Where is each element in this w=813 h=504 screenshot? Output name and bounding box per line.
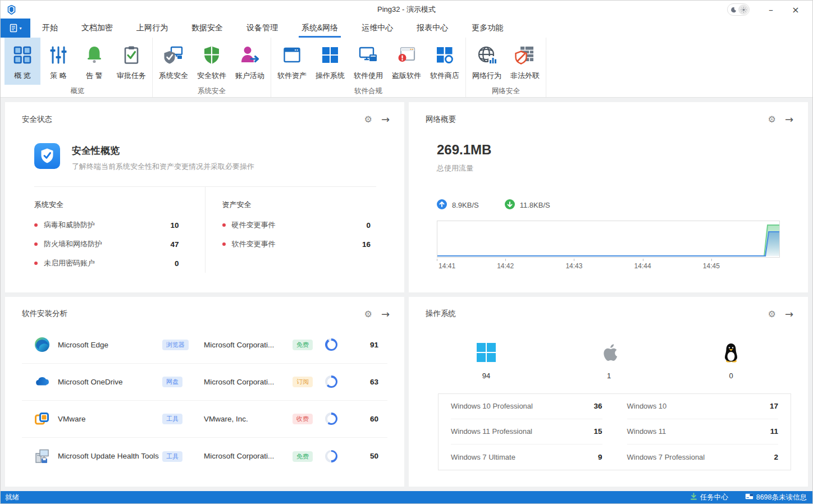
software-row-edge[interactable]: Microsoft Edge 浏览器 Microsoft Corporati..… (22, 327, 387, 364)
edge-logo-icon (34, 337, 50, 352)
stat-row-virus-threat[interactable]: 病毒和威胁防护 10 (34, 216, 179, 235)
tick-label: 14:41 (439, 262, 455, 270)
stat-row-no-password[interactable]: 未启用密码账户 0 (34, 254, 179, 273)
tab-report-center[interactable]: 报表中心 (405, 19, 460, 38)
stat-row-hardware-change[interactable]: 硬件变更事件 0 (222, 216, 371, 235)
linux-tux-icon (721, 342, 741, 364)
apple-logo-icon (600, 342, 619, 364)
ribbon-group-network-security: 网络行为 非法外联 网络安全 (466, 38, 546, 97)
app-window: Ping32 - 演示模式 – × ▾ 开始 文档加密 上网行为 数据安全 设备… (0, 0, 813, 504)
os-version-count: 9 (598, 453, 602, 461)
upload-arrow-icon (437, 199, 447, 211)
panel-software-analysis: 软件安装分析 ⚙ → Microsoft Edge 浏览器 Microsoft … (5, 297, 404, 487)
ribbon-item-overview[interactable]: 概 览 (4, 38, 40, 85)
arrow-right-icon[interactable]: → (785, 113, 793, 125)
ribbon-item-policy[interactable]: 策 略 (40, 38, 76, 85)
stat-row-software-change[interactable]: 软件变更事件 16 (222, 235, 371, 254)
tab-web-behavior[interactable]: 上网行为 (125, 19, 180, 38)
os-table-row[interactable]: Windows 11 Professional 15 (451, 419, 602, 445)
stat-row-firewall[interactable]: 防火墙和网络防护 47 (34, 235, 179, 254)
app-menu-button[interactable]: ▾ (1, 19, 30, 38)
ribbon-item-label: 非法外联 (510, 71, 540, 81)
upload-rate-value: 8.9KB/S (452, 201, 479, 209)
os-table-row[interactable]: Windows 11 11 (627, 419, 779, 445)
security-overview-title: 安全性概览 (72, 144, 254, 157)
os-version-count: 17 (770, 402, 778, 410)
software-vendor: VMware, Inc. (204, 415, 293, 423)
caret-down-icon: ▾ (19, 26, 21, 31)
arrow-right-icon[interactable]: → (785, 308, 793, 320)
ribbon-item-system-security[interactable]: 系统安全 (154, 38, 193, 85)
software-name: VMware (58, 415, 162, 423)
panel-title: 软件安装分析 (22, 309, 67, 319)
ribbon-item-software-store[interactable]: 软件商店 (426, 38, 464, 85)
progress-ring (325, 375, 337, 388)
os-table-row[interactable]: Windows 10 17 (627, 394, 779, 419)
unread-messages-button[interactable]: 8698条未读信息 (745, 493, 807, 502)
account-activity-icon (238, 43, 262, 67)
theme-toggle[interactable] (727, 3, 750, 16)
software-vendor: Microsoft Corporati... (204, 378, 293, 386)
tab-more-features[interactable]: 更多功能 (460, 19, 515, 38)
ribbon-item-software-usage[interactable]: 软件使用 (349, 38, 387, 85)
gear-icon[interactable]: ⚙ (768, 309, 776, 319)
ribbon-item-alerts[interactable]: 告 警 (76, 38, 112, 85)
price-badge: 免费 (293, 451, 313, 462)
ribbon-item-pirated-software[interactable]: 盗版软件 (387, 38, 426, 85)
gear-icon[interactable]: ⚙ (364, 309, 372, 319)
close-button[interactable]: × (784, 2, 807, 17)
software-row-vmware[interactable]: VMware 工具 VMware, Inc. 收费 60 (22, 401, 387, 438)
platform-count: 94 (482, 372, 490, 380)
policy-sliders-icon (47, 43, 70, 67)
tab-doc-encryption[interactable]: 文档加密 (70, 19, 125, 38)
os-table-row[interactable]: Windows 7 Ultimate 9 (451, 445, 602, 470)
price-badge: 收费 (293, 414, 313, 424)
task-center-button[interactable]: 任务中心 (690, 493, 728, 502)
network-traffic-chart[interactable] (437, 221, 780, 258)
os-platform-linux[interactable]: 0 (721, 342, 741, 380)
category-badge: 浏览器 (162, 340, 189, 350)
ribbon-item-label: 软件资产 (277, 71, 307, 81)
gear-icon[interactable]: ⚙ (768, 114, 776, 125)
tab-start[interactable]: 开始 (30, 19, 70, 38)
arrow-right-icon[interactable]: → (381, 113, 390, 125)
tab-ops-center[interactable]: 运维中心 (350, 19, 405, 38)
software-row-update-health-tools[interactable]: Microsoft Update Health Tools 工具 Microso… (22, 438, 387, 475)
gear-icon[interactable]: ⚙ (364, 114, 372, 125)
tab-data-security[interactable]: 数据安全 (180, 19, 235, 38)
stat-value: 0 (366, 221, 371, 230)
tab-device-mgmt[interactable]: 设备管理 (235, 19, 290, 38)
tab-system-network[interactable]: 系统&网络 (290, 19, 350, 38)
arrow-right-icon[interactable]: → (381, 308, 390, 320)
os-platform-apple[interactable]: 1 (600, 342, 619, 380)
red-dot-icon (34, 242, 38, 246)
installer-package-icon (34, 448, 50, 464)
ribbon-item-label: 账户活动 (235, 71, 264, 81)
software-name: Microsoft OneDrive (58, 378, 162, 386)
os-table-row[interactable]: Windows 7 Professional 2 (627, 445, 779, 470)
moon-icon[interactable] (728, 4, 738, 15)
download-rate-value: 11.8KB/S (520, 201, 550, 209)
ribbon-group-system-security: 系统安全 安全软件 账户活动 系统安全 (153, 38, 271, 97)
sun-icon[interactable] (738, 4, 748, 15)
os-table-row[interactable]: Windows 10 Professional 36 (451, 394, 602, 419)
ribbon-item-account-activity[interactable]: 账户活动 (231, 38, 269, 85)
ribbon-item-software-assets[interactable]: 软件资产 (273, 38, 311, 85)
panel-title: 安全状态 (22, 114, 52, 125)
download-tasks-icon (690, 493, 697, 502)
ribbon-item-label: 概 览 (14, 71, 31, 81)
ribbon-item-operating-system[interactable]: 操作系统 (311, 38, 349, 85)
network-total-traffic: 269.1MB (437, 142, 780, 158)
ribbon-item-network-behavior[interactable]: 网络行为 (468, 38, 506, 85)
progress-ring (325, 413, 337, 425)
ribbon-item-security-software[interactable]: 安全软件 (193, 38, 231, 85)
ribbon-item-illegal-outlink[interactable]: 非法外联 (506, 38, 544, 85)
approval-clipboard-icon (120, 43, 143, 67)
ribbon-item-label: 盗版软件 (392, 71, 421, 81)
ribbon-item-label: 操作系统 (316, 71, 345, 81)
software-row-onedrive[interactable]: Microsoft OneDrive 网盘 Microsoft Corporat… (22, 364, 387, 401)
os-platform-windows[interactable]: 94 (476, 342, 496, 380)
minimize-button[interactable]: – (760, 2, 782, 17)
ribbon-item-approval-tasks[interactable]: 审批任务 (112, 38, 150, 85)
install-count: 91 (346, 341, 378, 349)
